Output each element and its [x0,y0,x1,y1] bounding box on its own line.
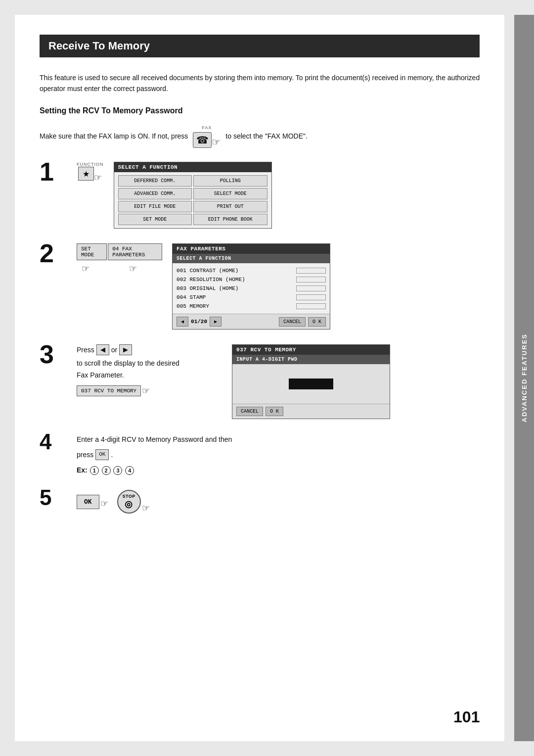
step1-screen-box: SELECT A FUNCTION DEFERRED COMM. POLLING… [114,162,272,229]
screen-btn-advanced[interactable]: ADVANCED COMM. [118,188,192,199]
step-4-content: Enter a 4-digit RCV to Memory Password a… [77,434,480,475]
ok-key[interactable]: OK [77,495,99,509]
step-1-left: FUNCTION ★ ☞ [77,162,104,183]
step3-rcv-btn[interactable]: 037 RCV TO MEMORY [77,385,141,396]
step3-screen-footer: CANCEL O K [232,404,390,419]
step2-row-002: 002 RESOLUTION (HOME) [173,275,330,284]
step4-text1: Enter a 4-digit RCV to Memory Password a… [77,434,480,445]
step3-finger-icon: ☞ [142,385,150,396]
step1-screen-title: SELECT A FUNCTION [114,162,271,172]
step4-ex-line: Ex: 1 2 3 4 [77,466,480,475]
step2-screen-title2: SELECT A FUNCTION [173,254,330,263]
step-3-left: Press ◀ or ▶ to scroll the display to th… [77,344,222,396]
step-1-number: 1 [40,159,67,185]
step-1-screen: SELECT A FUNCTION DEFERRED COMM. POLLING… [114,162,272,229]
step3-param-text: Fax Parameter. [77,370,222,380]
fax-phone-icon: ☎ [196,132,209,148]
ex-digit-3: 3 [113,466,122,475]
step-3-number: 3 [40,341,67,367]
screen-btn-edit-phone[interactable]: EDIT PHONE BOOK [193,214,267,225]
fax-mode-text: to select the "FAX MODE". [225,131,308,142]
step3-password-field [289,378,333,389]
step2-screen-box: FAX PARAMETERS SELECT A FUNCTION 001 CON… [172,243,330,330]
sidebar-tab: ADVANCED FEATURES [514,15,534,741]
page-number: 101 [453,708,480,726]
stop-circle-btn[interactable]: STOP ◎ [117,490,141,514]
step-3-row: 3 Press ◀ or ▶ to scroll the display to … [40,344,480,419]
right-arrow-btn[interactable]: ▶ [119,344,132,355]
step4-ok-inline-btn[interactable]: OK [95,449,109,460]
step-2-content: SET MODE 04 FAX PARAMETERS ☞ ☞ FAX PARAM… [77,243,330,330]
screen-btn-deferred[interactable]: DEFERRED COMM. [118,175,192,187]
step2-forward-arrow-btn[interactable]: ▶ [210,317,222,327]
step4-period: . [111,449,113,460]
fax-lamp-text: Make sure that the FAX lamp is ON. If no… [40,131,188,142]
function-label: FUNCTION [77,162,104,167]
step-4-number: 4 [40,431,67,453]
step5-ok-finger-icon: ☞ [100,498,108,509]
step2-row-004: 004 STAMP [173,293,330,302]
step2-cancel-btn[interactable]: CANCEL [279,317,306,327]
function-key-icon: ★ [78,167,94,181]
step2-ok-btn[interactable]: O K [308,317,326,327]
step-3-content: Press ◀ or ▶ to scroll the display to th… [77,344,390,419]
step-3-screen: 037 RCV TO MEMORY INPUT A 4-DIGIT PWD CA… [232,344,390,419]
ok-stop-area: OK ☞ STOP ◎ ☞ [77,490,480,514]
step-5-content: OK ☞ STOP ◎ ☞ [77,490,480,514]
step2-fax-params-btn[interactable]: 04 FAX PARAMETERS [108,243,162,260]
fax-lamp-instruction: Make sure that the FAX lamp is ON. If no… [40,124,480,148]
step2-buttons: SET MODE 04 FAX PARAMETERS [77,243,162,260]
step2-screen-title1: FAX PARAMETERS [173,244,330,254]
finger-cursor-icon: ☞ [212,134,221,150]
intro-paragraph: This feature is used to secure all recei… [40,72,480,94]
step2-finger1-icon: ☞ [82,263,89,274]
step3-cancel-btn[interactable]: CANCEL [236,407,263,416]
step3-text: Press ◀ or ▶ to scroll the display to th… [77,344,222,369]
stop-icon: ◎ [125,499,133,510]
stop-btn-box: STOP ◎ ☞ [117,490,150,514]
fax-key-icon: ☎ [193,132,212,148]
step3-or-text: or [111,344,117,355]
step2-row-001: 001 CONTRAST (HOME) [173,266,330,275]
step-4-row: 4 Enter a 4-digit RCV to Memory Password… [40,434,480,475]
step2-back-arrow-btn[interactable]: ◀ [177,317,188,327]
step5-stop-finger-icon: ☞ [142,503,150,514]
left-arrow-btn[interactable]: ◀ [96,344,109,355]
step-2-row: 2 SET MODE 04 FAX PARAMETERS ☞ ☞ FAX PAR… [40,243,480,330]
step2-page-num: 01/20 [191,319,207,325]
step2-set-mode-btn[interactable]: SET MODE [77,243,107,260]
step3-screen-box: 037 RCV TO MEMORY INPUT A 4-DIGIT PWD CA… [232,344,390,419]
function-icon-area: FUNCTION ★ ☞ [77,162,104,181]
step-2-left: SET MODE 04 FAX PARAMETERS ☞ ☞ [77,243,162,274]
step3-ok-btn[interactable]: O K [266,407,283,416]
step3-screen-title1: 037 RCV TO MEMORY [232,345,390,355]
step3-screen-title2: INPUT A 4-DIGIT PWD [232,355,390,364]
step1-finger-icon: ☞ [94,172,102,183]
step-5-number: 5 [40,487,67,509]
ex-digit-4: 4 [125,466,134,475]
function-star-icon: ★ [83,169,89,179]
step2-screen-footer: ◀ 01/20 ▶ CANCEL O K [173,314,330,329]
page-title: Receive To Memory [40,35,480,57]
fax-button-area: FAX ☎ ☞ [193,124,221,148]
screen-btn-polling[interactable]: POLLING [193,175,267,187]
step-2-screen: FAX PARAMETERS SELECT A FUNCTION 001 CON… [172,243,330,330]
step4-press-ok: press OK . [77,449,480,460]
step4-ex-label: Ex: [77,466,88,474]
screen-btn-print-out[interactable]: PRINT OUT [193,201,267,212]
step3-scroll-text: to scroll the display to the desired [77,358,179,369]
step1-screen-grid: DEFERRED COMM. POLLING ADVANCED COMM. SE… [114,172,271,228]
step3-input-area [232,364,390,404]
step2-row-005: 005 MEMORY [173,302,330,311]
step2-finger2-icon: ☞ [129,263,137,274]
screen-btn-set-mode[interactable]: SET MODE [118,214,192,225]
stop-label: STOP [122,494,135,499]
step-1-row: 1 FUNCTION ★ ☞ SE [40,162,480,229]
screen-btn-edit-file[interactable]: EDIT FILE MODE [118,201,192,212]
screen-btn-select-mode[interactable]: SELECT MODE [193,188,267,199]
step4-press-text: press [77,449,93,460]
fax-label: FAX [202,124,212,131]
step2-screen-body: 001 CONTRAST (HOME) 002 RESOLUTION (HOME… [173,263,330,314]
step3-press-text: Press [77,344,94,355]
step2-row-003: 003 ORIGINAL (HOME) [173,284,330,293]
